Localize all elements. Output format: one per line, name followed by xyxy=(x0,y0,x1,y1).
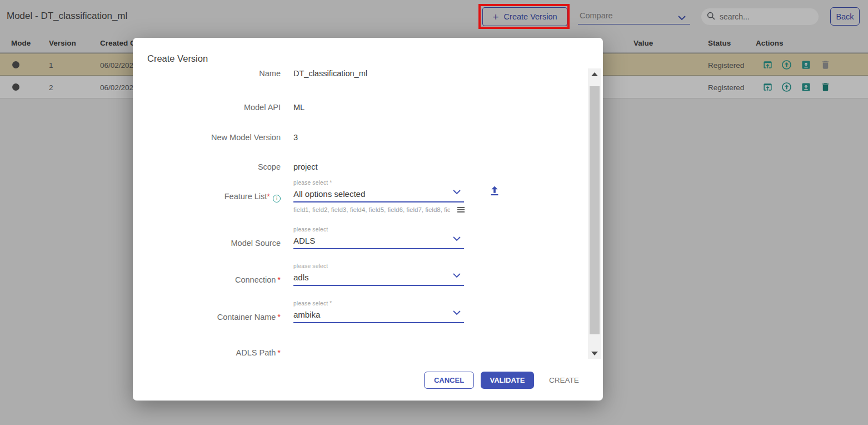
scrollbar-thumb[interactable] xyxy=(590,86,600,334)
required-asterisk: * xyxy=(277,348,281,357)
required-asterisk: * xyxy=(277,275,281,284)
cancel-button[interactable]: CANCEL xyxy=(424,372,474,389)
scope-value: project xyxy=(293,162,318,171)
adls-path-label: ADLS Path* xyxy=(133,348,281,357)
chevron-down-icon xyxy=(453,234,461,244)
new-model-version-value: 3 xyxy=(293,133,298,142)
feature-list-helper-text: field1, field2, field3, field4, field5, … xyxy=(293,206,450,213)
feature-list-value: All options selected xyxy=(293,189,365,199)
container-name-float-label: please select * xyxy=(293,300,332,307)
feature-list-label: Feature List* xyxy=(133,192,281,202)
model-api-label: Model API xyxy=(133,103,281,112)
scroll-down-icon[interactable] xyxy=(588,348,601,359)
feature-list-float-label: please select * xyxy=(293,180,332,186)
container-name-select[interactable]: please select * ambika xyxy=(293,300,464,323)
chevron-down-icon xyxy=(453,270,461,280)
model-api-value: ML xyxy=(293,103,305,112)
connection-float-label: please select xyxy=(293,263,328,269)
required-asterisk: * xyxy=(277,313,281,322)
validate-button[interactable]: VALIDATE xyxy=(481,372,534,389)
connection-label: Connection* xyxy=(133,275,281,284)
connection-value: adls xyxy=(293,273,309,282)
scroll-up-icon[interactable] xyxy=(588,68,601,80)
model-source-select[interactable]: please select ADLS xyxy=(293,226,464,249)
model-source-float-label: please select xyxy=(293,226,328,233)
model-source-value: ADLS xyxy=(293,236,315,245)
container-name-value: ambika xyxy=(293,310,320,319)
connection-select[interactable]: please select adls xyxy=(293,263,464,286)
modal-scrollbar[interactable] xyxy=(588,68,601,359)
create-button[interactable]: CREATE xyxy=(542,372,586,389)
chevron-down-icon xyxy=(453,308,461,318)
create-version-dialog: Create Version Name DT_classification_ml… xyxy=(133,38,603,401)
required-asterisk: * xyxy=(267,192,270,201)
model-source-label: Model Source xyxy=(133,239,281,248)
container-name-label: Container Name* xyxy=(133,313,281,322)
list-menu-icon[interactable] xyxy=(457,207,465,213)
scope-label: Scope xyxy=(133,162,281,171)
dialog-title: Create Version xyxy=(147,53,208,64)
feature-list-select[interactable]: please select * All options selected xyxy=(293,180,464,202)
new-model-version-label: New Model Version xyxy=(133,133,281,142)
name-value: DT_classification_ml xyxy=(293,69,367,78)
chevron-down-icon xyxy=(453,187,461,197)
info-icon[interactable] xyxy=(273,195,281,202)
upload-icon[interactable] xyxy=(488,185,501,197)
name-label: Name xyxy=(133,69,281,78)
